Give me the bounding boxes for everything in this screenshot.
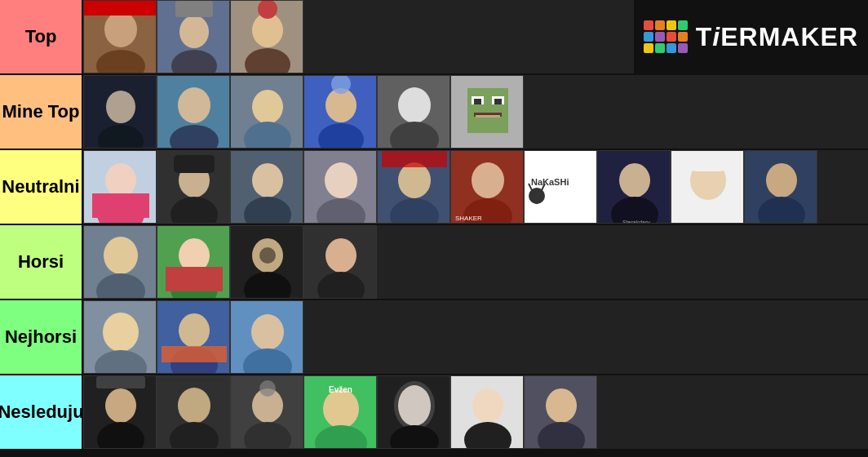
svg-rect-3 — [84, 1, 157, 16]
tier-content-minetop — [82, 75, 868, 149]
logo-cell — [678, 43, 688, 53]
svg-text:SHAKER: SHAKER — [455, 215, 482, 222]
svg-rect-39 — [92, 193, 149, 218]
svg-point-101 — [105, 388, 136, 423]
list-item — [303, 150, 377, 224]
list-item — [83, 300, 157, 374]
logo-cell — [644, 43, 653, 53]
avatar — [231, 226, 303, 299]
list-item — [83, 0, 157, 73]
avatar: SHAKER — [451, 151, 524, 224]
avatar: Evžen — [304, 376, 377, 449]
avatar — [231, 76, 303, 149]
logo-cell — [644, 20, 653, 30]
list-item — [230, 0, 303, 73]
list-item — [83, 225, 157, 299]
avatar — [84, 301, 157, 374]
tier-row-horsi: Horsi — [0, 225, 868, 300]
logo-cell — [666, 43, 676, 53]
svg-point-110 — [259, 380, 276, 397]
list-item — [230, 75, 303, 149]
list-item — [83, 150, 157, 224]
avatar — [84, 1, 157, 73]
svg-point-65 — [619, 163, 650, 197]
list-item — [157, 75, 230, 149]
tier-content-nesleduju: Evžen — [82, 375, 868, 449]
avatar — [231, 1, 303, 73]
list-item — [157, 375, 230, 449]
svg-point-74 — [766, 163, 797, 197]
list-item — [450, 375, 524, 449]
svg-rect-29 — [467, 88, 508, 133]
list-item — [230, 225, 303, 299]
list-item: Evžen — [303, 375, 377, 449]
svg-rect-96 — [162, 346, 227, 362]
list-item — [450, 75, 524, 149]
avatar — [304, 76, 377, 149]
list-item — [377, 150, 450, 224]
list-item — [157, 300, 230, 374]
tier-label-top: Top — [0, 0, 82, 73]
list-item — [377, 75, 450, 149]
list-item — [524, 375, 597, 449]
svg-rect-33 — [494, 99, 502, 104]
logo-cell — [666, 20, 676, 30]
tier-label-neutralni: Neutralni — [0, 150, 82, 224]
tier-row-nesleduju: Nesleduju Evžen — [0, 375, 868, 450]
svg-point-88 — [326, 238, 356, 273]
svg-point-71 — [681, 157, 694, 170]
tier-label-horsi: Horsi — [0, 225, 82, 299]
tier-content-horsi — [82, 225, 868, 299]
tier-label-nesleduju: Nesleduju — [0, 375, 82, 449]
svg-rect-103 — [96, 376, 145, 388]
list-item — [157, 150, 230, 224]
logo-cell — [655, 43, 665, 53]
svg-rect-32 — [474, 99, 481, 104]
svg-point-45 — [252, 163, 283, 197]
list-item — [83, 375, 157, 449]
avatar — [84, 226, 157, 299]
list-item: SHAKER — [450, 150, 524, 224]
avatar — [157, 1, 230, 73]
avatar — [84, 376, 157, 449]
list-item — [157, 225, 230, 299]
svg-point-55 — [472, 162, 504, 198]
avatar — [157, 376, 230, 449]
tier-row-minetop: Mine Top — [0, 75, 868, 150]
svg-point-105 — [178, 388, 210, 424]
avatar: NaKaSHi — [525, 151, 597, 224]
logo-cell — [655, 20, 665, 30]
logo-cell — [678, 32, 688, 42]
avatar — [157, 226, 230, 299]
avatar — [157, 76, 230, 149]
svg-point-123 — [546, 388, 577, 423]
logo-cell — [678, 20, 688, 30]
svg-point-51 — [398, 162, 431, 198]
svg-text:Evžen: Evžen — [329, 385, 352, 394]
avatar — [745, 151, 817, 224]
svg-point-72 — [722, 157, 735, 170]
svg-point-98 — [251, 314, 284, 350]
tier-content-nejhorsi — [82, 300, 868, 374]
svg-point-94 — [179, 313, 210, 348]
svg-point-13 — [106, 91, 135, 123]
avatar — [231, 301, 303, 374]
svg-rect-35 — [476, 115, 500, 118]
avatar — [231, 151, 303, 224]
svg-point-112 — [323, 389, 359, 428]
tiermaker-logo: TiERMAKER — [634, 0, 868, 73]
tier-label-minetop: Mine Top — [0, 75, 82, 149]
list-item — [157, 0, 230, 73]
svg-rect-82 — [166, 267, 223, 291]
avatar — [451, 376, 524, 449]
svg-point-16 — [178, 87, 210, 123]
logo-grid — [644, 20, 688, 53]
avatar — [525, 376, 597, 449]
avatar — [157, 301, 230, 374]
avatar — [84, 76, 157, 149]
svg-point-117 — [398, 385, 431, 426]
svg-rect-58 — [525, 151, 597, 224]
list-item — [303, 75, 377, 149]
svg-rect-43 — [174, 155, 215, 173]
svg-point-120 — [472, 388, 503, 423]
